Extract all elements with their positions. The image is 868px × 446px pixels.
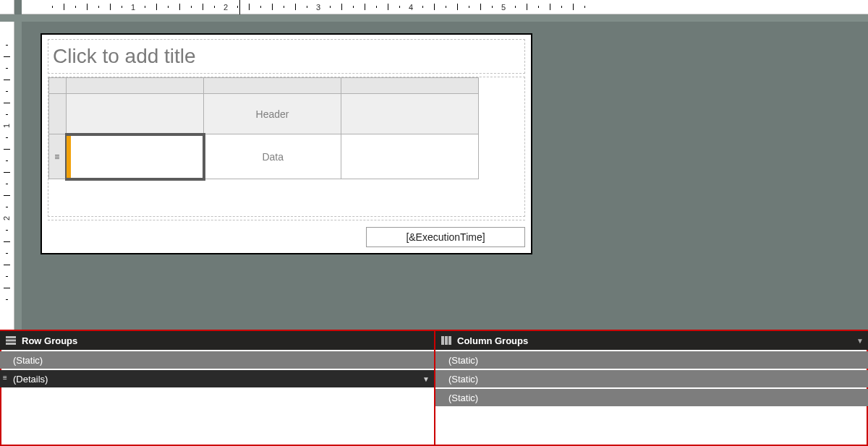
ruler-h-tick — [179, 4, 180, 10]
report-body[interactable]: Header ≡ Data — [48, 77, 525, 217]
tablix-data-cell-1-selected[interactable] — [67, 134, 204, 179]
row-groups-list[interactable]: (Static)≡(Details)▼ — [0, 350, 434, 446]
execution-time-label: [&ExecutionTime] — [406, 231, 485, 243]
execution-time-textbox[interactable]: [&ExecutionTime] — [366, 227, 525, 247]
ruler-v-tick — [6, 207, 8, 207]
tablix-data-cell-3[interactable] — [341, 134, 479, 179]
ruler-h-major: 1 — [129, 0, 137, 14]
report-designer-window: 12345 12 Click to add title — [0, 0, 868, 446]
ruler-h-tick — [365, 4, 365, 10]
column-group-item-static[interactable]: (Static) — [435, 389, 868, 406]
group-item-label: (Static) — [448, 374, 478, 385]
ruler-v-tick — [4, 103, 10, 103]
ruler-v-tick — [6, 114, 8, 115]
ruler-h-tick — [307, 6, 307, 8]
ruler-v-tick — [6, 184, 8, 184]
ruler-h-tick — [110, 4, 111, 10]
report-footer[interactable]: [&ExecutionTime] — [48, 220, 525, 247]
ruler-h-tick — [272, 4, 273, 10]
tablix-header-cell-1[interactable] — [67, 94, 204, 134]
ruler-h-tick — [87, 4, 88, 10]
ruler-v-tick — [4, 288, 10, 288]
horizontal-ruler[interactable]: 12345 — [22, 0, 868, 14]
column-groups-icon — [441, 336, 451, 345]
ruler-gap-horizontal — [0, 14, 868, 22]
ruler-v-tick — [6, 91, 8, 92]
svg-rect-4 — [445, 336, 448, 345]
column-group-item-static[interactable]: (Static) — [435, 351, 868, 369]
column-groups-menu-icon[interactable]: ▼ — [856, 337, 864, 345]
tablix-col-handle-1[interactable] — [67, 78, 204, 94]
ruler-v-tick — [6, 137, 8, 138]
ruler-h-tick — [376, 6, 377, 8]
ruler-h-major: 5 — [499, 0, 508, 14]
tablix-header-cell-3[interactable] — [341, 94, 479, 134]
ruler-corner — [0, 0, 14, 14]
details-handle-icon: ≡ — [3, 374, 7, 382]
column-groups-title: Column Groups — [457, 335, 528, 346]
column-groups-header[interactable]: Column Groups ▼ — [435, 331, 868, 350]
tablix[interactable]: Header ≡ Data — [48, 77, 479, 181]
group-item-label: (Static) — [13, 355, 43, 366]
tablix-header-cell-2[interactable]: Header — [204, 94, 341, 134]
tablix-col-handle-3[interactable] — [341, 78, 479, 94]
vertical-ruler[interactable]: 12 — [0, 14, 14, 330]
column-groups-list[interactable]: (Static)(Static)(Static) — [435, 350, 868, 446]
ruler-h-tick — [550, 4, 550, 10]
column-group-item-static[interactable]: (Static) — [435, 370, 868, 387]
ruler-h-tick — [330, 6, 331, 8]
tablix-header-row: Header — [49, 94, 479, 134]
group-item-label: (Static) — [448, 393, 478, 403]
ruler-h-tick — [573, 4, 574, 10]
row-groups-panel: Row Groups (Static)≡(Details)▼ — [0, 331, 434, 446]
ruler-v-tick — [4, 149, 10, 150]
tablix-data-row: ≡ Data — [49, 134, 479, 179]
svg-rect-0 — [6, 336, 16, 338]
row-groups-header[interactable]: Row Groups — [0, 331, 434, 350]
ruler-h-tick — [237, 6, 238, 8]
group-item-label: (Details) — [13, 374, 48, 385]
ruler-v-major: 2 — [0, 214, 14, 223]
ruler-h-tick — [388, 4, 388, 10]
ruler-v-tick — [4, 195, 10, 196]
ruler-h-tick — [122, 6, 122, 8]
group-item-menu-icon[interactable]: ▼ — [422, 375, 430, 383]
ruler-h-tick — [249, 4, 250, 10]
ruler-h-tick — [399, 6, 400, 8]
canvas-area[interactable]: Click to add title Header — [22, 22, 868, 330]
ruler-h-tick — [260, 6, 261, 8]
ruler-gap-vertical — [14, 14, 22, 330]
row-groups-icon — [6, 336, 16, 345]
ruler-h-tick — [515, 6, 516, 8]
design-surface: 12345 12 Click to add title — [0, 0, 868, 330]
ruler-v-tick — [4, 265, 10, 265]
svg-rect-3 — [441, 336, 444, 345]
ruler-h-tick — [145, 6, 145, 8]
ruler-h-tick — [52, 6, 53, 8]
ruler-v-tick — [6, 160, 8, 161]
ruler-h-tick — [561, 6, 562, 8]
ruler-h-tick — [480, 4, 481, 10]
ruler-h-tick — [341, 4, 342, 10]
ruler-v-tick — [6, 230, 8, 231]
tablix-row-handle-header[interactable] — [49, 94, 67, 134]
tablix-corner-handle[interactable] — [49, 78, 67, 94]
column-groups-panel: Column Groups ▼ (Static)(Static)(Static) — [434, 331, 868, 446]
ruler-h-tick — [168, 6, 169, 8]
tablix-col-header-row — [49, 78, 479, 94]
tablix-row-handle-detail[interactable]: ≡ — [49, 134, 67, 179]
tablix-col-handle-2[interactable] — [204, 78, 341, 94]
svg-rect-2 — [6, 343, 16, 345]
ruler-h-tick — [446, 6, 446, 8]
ruler-h-tick — [422, 6, 423, 8]
report-page[interactable]: Click to add title Header — [41, 33, 532, 254]
svg-rect-5 — [448, 336, 451, 345]
ruler-h-tick — [191, 6, 192, 8]
report-title-textbox[interactable]: Click to add title — [48, 39, 525, 74]
row-groups-title: Row Groups — [22, 335, 77, 346]
row-group-item-static[interactable]: (Static) — [0, 351, 434, 369]
ruler-h-tick — [492, 6, 493, 8]
ruler-h-tick — [434, 4, 435, 10]
tablix-data-cell-2[interactable]: Data — [204, 134, 341, 179]
row-group-item-details[interactable]: ≡(Details)▼ — [0, 370, 434, 387]
